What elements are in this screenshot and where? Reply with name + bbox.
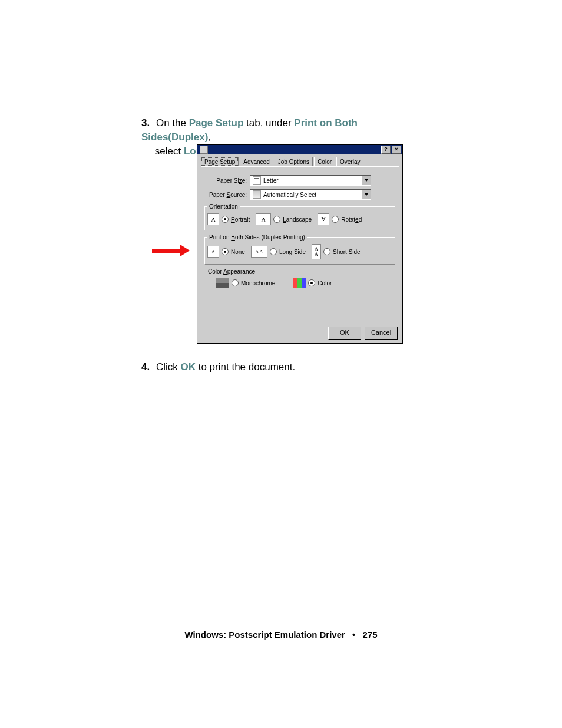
dialog-titlebar: ? × — [197, 145, 402, 154]
duplex-group: Print on Both Sides (Duplex Printing) A … — [204, 234, 395, 265]
landscape-icon: A — [256, 213, 271, 225]
paper-source-label: Paper Source: — [204, 192, 250, 198]
duplex-long-icon: A A — [251, 246, 267, 258]
color-label: Color — [318, 280, 332, 286]
monochrome-radio[interactable] — [232, 279, 239, 286]
duplex-long-label: Long Side — [279, 249, 306, 255]
cancel-button[interactable]: Cancel — [365, 327, 398, 340]
color-appearance-label: Color Appearance — [204, 268, 395, 275]
document-page: 3. On the Page Setup tab, under Print on… — [0, 0, 562, 728]
duplex-long-radio[interactable] — [270, 248, 277, 255]
color-icon — [293, 278, 306, 288]
paper-size-combo[interactable]: Letter — [250, 175, 371, 186]
tab-color[interactable]: Color — [314, 157, 335, 166]
page-footer: Windows: Postscript Emulation Driver • 2… — [0, 630, 562, 640]
portrait-icon: A — [207, 213, 219, 225]
page-setup-label: Page Setup — [189, 117, 244, 129]
duplex-none-radio[interactable] — [222, 248, 229, 255]
tab-advanced[interactable]: Advanced — [240, 157, 273, 166]
orientation-legend: Orientation — [207, 203, 240, 210]
rotated-icon: A — [318, 213, 329, 225]
red-arrow-icon — [152, 246, 190, 255]
step-3-number: 3. — [141, 117, 150, 129]
chevron-down-icon — [362, 176, 371, 185]
portrait-radio[interactable] — [222, 216, 229, 223]
help-button[interactable]: ? — [381, 146, 391, 154]
letter-page-icon — [253, 176, 261, 185]
duplex-none-icon: A — [207, 246, 219, 258]
step-4-number: 4. — [141, 361, 150, 373]
paper-size-label: Paper Size: — [204, 177, 250, 184]
paper-source-combo[interactable]: Automatically Select — [250, 189, 371, 200]
duplex-none-label: None — [231, 249, 245, 255]
tab-job-options[interactable]: Job Options — [275, 157, 313, 166]
landscape-label: Landscape — [283, 216, 312, 223]
app-icon — [200, 146, 208, 154]
orientation-group: Orientation A Portrait A Landscape A — [204, 203, 395, 230]
rotated-radio[interactable] — [332, 216, 339, 223]
close-button[interactable]: × — [392, 146, 401, 154]
chevron-down-icon — [362, 190, 371, 199]
rotated-label: Rotated — [341, 216, 362, 223]
monochrome-label: Monochrome — [241, 280, 275, 286]
landscape-radio[interactable] — [273, 216, 280, 223]
color-radio[interactable] — [308, 279, 315, 286]
duplex-short-radio[interactable] — [323, 248, 330, 255]
printer-icon — [253, 190, 261, 199]
portrait-label: Portrait — [231, 216, 250, 223]
tab-strip: Page Setup Advanced Job Options Color Ov… — [197, 154, 402, 166]
paper-source-value: Automatically Select — [263, 192, 316, 198]
ok-label: OK — [180, 361, 196, 373]
footer-section: Windows: Postscript Emulation Driver — [184, 630, 345, 640]
duplex-short-label: Short Side — [333, 249, 361, 255]
duplex-short-icon: AA — [312, 244, 321, 259]
tab-overlay[interactable]: Overlay — [336, 157, 363, 166]
tab-page-setup[interactable]: Page Setup — [201, 157, 239, 166]
ok-button[interactable]: OK — [328, 327, 361, 340]
step-4-text: 4. Click OK to print the document. — [141, 360, 424, 374]
duplex-legend: Print on Both Sides (Duplex Printing) — [207, 234, 307, 241]
monochrome-icon — [216, 278, 229, 288]
footer-page-number: 275 — [362, 630, 377, 640]
footer-bullet: • — [352, 630, 355, 640]
paper-size-value: Letter — [263, 177, 279, 184]
page-setup-dialog: ? × Page Setup Advanced Job Options Colo… — [197, 144, 403, 344]
